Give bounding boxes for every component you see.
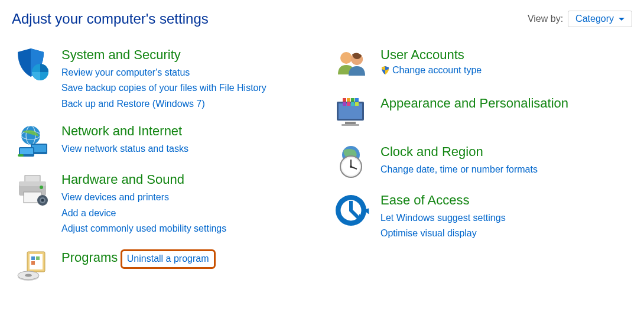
highlight-uninstall: Uninstall a program [121, 249, 216, 268]
link-review-status[interactable]: Review your computer's status [61, 66, 319, 79]
svg-rect-31 [341, 124, 359, 126]
page-title: Adjust your computer's settings [12, 11, 209, 27]
category-system-security: System and Security Review your computer… [12, 47, 319, 110]
svg-rect-8 [18, 154, 24, 157]
shield-icon [12, 47, 53, 83]
clock-globe-icon [331, 144, 372, 180]
category-title-user-accounts[interactable]: User Accounts [380, 47, 464, 63]
category-network-internet: Network and Internet View network status… [12, 124, 319, 159]
svg-point-13 [40, 186, 43, 189]
link-devices-printers[interactable]: View devices and printers [61, 191, 319, 204]
globe-network-icon [12, 124, 53, 159]
monitor-colors-icon [331, 96, 372, 131]
category-ease-of-access: Ease of Access Let Windows suggest setti… [331, 193, 638, 240]
link-mobility-settings[interactable]: Adjust commonly used mobility settings [61, 222, 319, 235]
svg-point-25 [340, 52, 352, 64]
category-clock-region: Clock and Region Change date, time or nu… [331, 144, 638, 180]
svg-rect-21 [31, 261, 35, 265]
svg-rect-36 [343, 102, 346, 106]
category-hardware-sound: Hardware and Sound View devices and prin… [12, 172, 319, 235]
svg-point-24 [25, 274, 32, 277]
svg-rect-32 [343, 98, 346, 102]
chevron-down-icon [619, 18, 625, 21]
svg-rect-7 [20, 148, 33, 154]
svg-rect-34 [351, 98, 354, 102]
svg-rect-30 [345, 122, 356, 124]
category-title-programs[interactable]: Programs [61, 250, 118, 265]
link-uninstall-program[interactable]: Uninstall a program [127, 252, 209, 265]
link-change-date-time[interactable]: Change date, time or number formats [380, 163, 638, 176]
svg-rect-35 [355, 98, 359, 102]
ease-of-access-icon [331, 193, 372, 228]
svg-rect-39 [355, 102, 359, 106]
svg-rect-19 [31, 256, 35, 260]
view-by-value: Category [575, 14, 614, 24]
svg-rect-11 [19, 181, 46, 186]
svg-rect-20 [36, 256, 40, 260]
link-file-history[interactable]: Save backup copies of your files with Fi… [61, 82, 319, 95]
category-programs: Programs Uninstall a program [12, 248, 319, 284]
link-network-status[interactable]: View network status and tasks [61, 142, 319, 155]
category-title-network[interactable]: Network and Internet [61, 124, 182, 139]
link-add-device[interactable]: Add a device [61, 207, 319, 220]
category-title-hardware[interactable]: Hardware and Sound [61, 172, 184, 187]
view-by-dropdown[interactable]: Category [568, 11, 632, 27]
svg-rect-38 [351, 102, 354, 106]
link-windows-suggest[interactable]: Let Windows suggest settings [380, 212, 638, 225]
programs-icon [12, 248, 53, 284]
svg-rect-33 [347, 98, 350, 102]
category-title-ease-of-access[interactable]: Ease of Access [380, 193, 469, 208]
link-optimise-visual[interactable]: Optimise visual display [380, 227, 638, 240]
printer-icon [12, 172, 53, 207]
svg-point-16 [41, 199, 44, 202]
view-by-control: View by: Category [528, 11, 632, 27]
svg-point-45 [350, 165, 352, 168]
category-user-accounts: User Accounts Change account type [331, 47, 638, 83]
category-appearance: Appearance and Personalisation [331, 96, 638, 131]
view-by-label: View by: [528, 14, 563, 24]
users-icon [331, 47, 372, 83]
svg-rect-37 [347, 102, 350, 106]
category-title-clock-region[interactable]: Clock and Region [380, 144, 483, 160]
category-title-appearance[interactable]: Appearance and Personalisation [380, 96, 568, 111]
uac-shield-icon [380, 66, 390, 75]
category-title-system-security[interactable]: System and Security [61, 47, 181, 63]
link-change-account-type[interactable]: Change account type [392, 64, 482, 77]
link-backup-restore[interactable]: Back up and Restore (Windows 7) [61, 98, 319, 110]
